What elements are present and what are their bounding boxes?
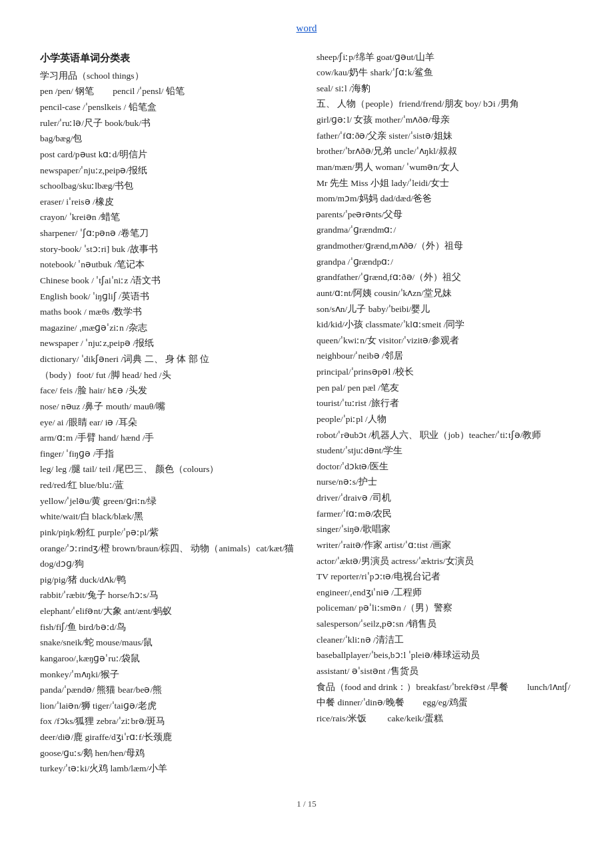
text-line: yellow/ˈjeləu/黄 green/ɡriːn/绿 [40,493,297,509]
text-line: snake/sneik/蛇 mouse/maus/鼠 [40,635,297,651]
text-line: story-book/ ˈstɔːri] buk /故事书 [40,241,297,257]
text-line: fish/fiʃ/鱼 bird/bəːd/鸟 [40,619,297,635]
text-line: dictionary/ ˈdikʃəneri /词典 二、 身 体 部 位 [40,351,297,367]
right-column: sheep/ʃiːp/绵羊 goat/ɡəut/山羊cow/kau/奶牛 sha… [316,49,573,727]
text-line: nurse/nəːs/护士 [316,474,573,490]
text-line: tourist/ˈtuːrist /旅行者 [316,395,573,411]
text-line: kangaroo/ˌkæŋɡəˈruː/袋鼠 [40,651,297,667]
text-line: nose/ nəuz /鼻子 mouth/ mauθ/嘴 [40,399,297,415]
text-line: son/sʌn/儿子 baby/ˈbeibi/婴儿 [316,301,573,317]
text-line: pig/pig/猪 duck/dʌk/鸭 [40,572,297,588]
text-line: fox /fɔks/狐狸 zebra/ˈziːbrə/斑马 [40,713,297,729]
text-line: sheep/ʃiːp/绵羊 goat/ɡəut/山羊 [316,49,573,65]
text-line: finger/ ˈfiŋɡə /手指 [40,446,297,462]
text-line: salesperson/ˈseilz,pəːsn /销售员 [316,616,573,632]
text-line: crayon/ ˈkreiən /蜡笔 [40,209,297,225]
text-line: TV reporter/riˈpɔːtə/电视台记者 [316,569,573,585]
text-line: eye/ ai /眼睛 ear/ iə /耳朵 [40,415,297,431]
section-title: 小学英语单词分类表 [40,49,297,67]
text-line: goose/ɡuːs/鹅 hen/hen/母鸡 [40,745,297,761]
text-line: parents/ˈpeərənts/父母 [316,207,573,223]
text-line: queen/ˈkwiːn/女 visitor/ˈvizitə/参观者 [316,333,573,349]
text-line: engineer/ˌendʒiˈniə /工程师 [316,585,573,601]
text-line: cleaner/ˈkliːnə /清洁工 [316,632,573,648]
text-line: grandpa /ˈɡrændpɑː/ [316,254,573,270]
text-line: sharpener/ ˈʃɑːpənə /卷笔刀 [40,225,297,241]
text-line: grandfather/ˈɡrænd,fɑːðə/（外）祖父 [316,269,573,285]
text-line: 五、 人物（people）friend/frend/朋友 boy/ bɔi /男… [316,96,573,112]
text-line: newspaper/ˈnjuːz,peipə/报纸 [40,163,297,179]
text-line: eraser/ iˈreisə /橡皮 [40,194,297,210]
text-line: 学习用品（school things） [40,68,297,84]
text-line: bag/bæg/包 [40,131,297,147]
text-line: maths book / mæθs /数学书 [40,304,297,320]
text-line: orange/ˈɔːrindʒ/橙 brown/braun/棕四、 动物（ani… [40,541,297,572]
text-line: white/wait/白 black/blæk/黑 [40,509,297,525]
text-line: rice/rais/米饭 cake/keik/蛋糕 [316,711,573,727]
text-line: ruler/ˈruːlə/尺子 book/buk/书 [40,115,297,131]
text-line: baseballplayer/ˈbeis,bɔːl ˈpleiə/棒球运动员 [316,647,573,663]
text-line: farmer/ˈfɑːmə/农民 [316,506,573,522]
text-line: panda/ˈpændə/ 熊猫 bear/beə/熊 [40,682,297,698]
page-header: word [40,20,573,37]
text-line: leg/ leg /腿 tail/ teil /尾巴三、 颜色（colours） [40,461,297,477]
text-line: pencil-case /ˈpenslkeis / 铅笔盒 [40,99,297,115]
text-line: seal/ siːl /海豹 [316,81,573,97]
text-line: pink/piŋk/粉红 purple/ˈpəːpl/紫 [40,525,297,541]
page-footer: 1 / 15 [40,797,573,811]
text-line: mom/mɔm/妈妈 dad/dæd/爸爸 [316,191,573,207]
text-line: doctor/ˈdɔktə/医生 [316,459,573,475]
text-line: monkey/ˈmʌŋki/猴子 [40,667,297,683]
text-line: robot/ˈrəubɔt /机器人六、 职业（job）teacher/ˈtiː… [316,427,573,443]
text-line: pen /pen/ 钢笔 pencil /ˈpensl/ 铅笔 [40,83,297,99]
text-line: student/ˈstjuːdənt/学生 [316,443,573,459]
text-line: deer/diə/鹿 giraffe/dʒiˈrɑːf/长颈鹿 [40,729,297,745]
text-line: English book/ ˈiŋɡliʃ /英语书 [40,289,297,305]
text-line: driver/ˈdraivə /司机 [316,490,573,506]
text-line: brother/ˈbrʌðə/兄弟 uncle/ˈʌŋkl/叔叔 [316,143,573,159]
text-line: father/ˈfɑːðə/父亲 sister/ˈsistə/姐妹 [316,128,573,144]
text-line: turkey/ˈtəːki/火鸡 lamb/læm/小羊 [40,761,297,777]
text-line: Mr 先生 Miss 小姐 lady/ˈleidi/女士 [316,175,573,191]
text-line: aunt/ɑːnt/阿姨 cousin/ˈkʌzn/堂兄妹 [316,285,573,301]
text-line: neighbour/ˈneibə /邻居 [316,348,573,364]
text-line: singer/ˈsiŋə/歌唱家 [316,521,573,537]
text-line: Chinese book / ˈtʃaiˈniːz /语文书 [40,273,297,289]
text-line: red/red/红 blue/bluː/蓝 [40,477,297,493]
text-line: post card/pəust kɑːd/明信片 [40,147,297,163]
text-line: elephant/ˈelifənt/大象 ant/ænt/蚂蚁 [40,603,297,619]
text-line: kid/kid/小孩 classmate/ˈklɑːsmeit /同学 [316,317,573,333]
text-line: man/mæn/男人 woman/ ˈwumən/女人 [316,159,573,175]
text-line: grandma/ˈɡrændmɑː/ [316,222,573,238]
text-line: policeman/ pəˈliːsmən /（男）警察 [316,600,573,616]
text-line: newspaper / ˈnjuːz,peipə /报纸 [40,335,297,351]
text-line: writer/ˈraitə/作家 artist/ˈɑːtist /画家 [316,537,573,553]
text-line: magazine/ ˌmæɡəˈziːn /杂志 [40,320,297,336]
text-line: principal/ˈprinsəpəl /校长 [316,364,573,380]
text-line: notebook/ ˈnəutbuk /笔记本 [40,257,297,273]
text-line: pen pal/ pen pæl /笔友 [316,380,573,396]
left-column: 小学英语单词分类表学习用品（school things）pen /pen/ 钢笔… [40,49,297,777]
text-line: grandmother/ɡrænd,mʌðə/（外）祖母 [316,238,573,254]
text-line: face/ feis /脸 hair/ hɛə /头发 [40,383,297,399]
text-line: 食品（food and drink：）breakfast/ˈbrekfəst /… [316,679,573,711]
text-line: people/ˈpiːpl /人物 [316,411,573,427]
text-line: （body）foot/ fut /脚 head/ hed /头 [40,367,297,383]
text-line: arm/ɑːm /手臂 hand/ hænd /手 [40,430,297,446]
text-line: rabbit/ˈræbit/兔子 horse/hɔːs/马 [40,587,297,603]
text-line: girl/ɡəːl/ 女孩 mother/ˈmʌðə/母亲 [316,112,573,128]
text-line: lion/ˈlaiən/狮 tiger/ˈtaiɡə/老虎 [40,698,297,714]
text-line: cow/kau/奶牛 shark/ˈʃɑːk/鲨鱼 [316,65,573,81]
text-line: schoolbag/skuːlbæg/书包 [40,178,297,194]
text-line: assistant/ əˈsistənt /售货员 [316,663,573,679]
text-line: actor/ˈæktə/男演员 actress/ˈæktris/女演员 [316,553,573,569]
page-number: 1 / 15 [297,799,316,809]
word-link[interactable]: word [297,23,317,33]
